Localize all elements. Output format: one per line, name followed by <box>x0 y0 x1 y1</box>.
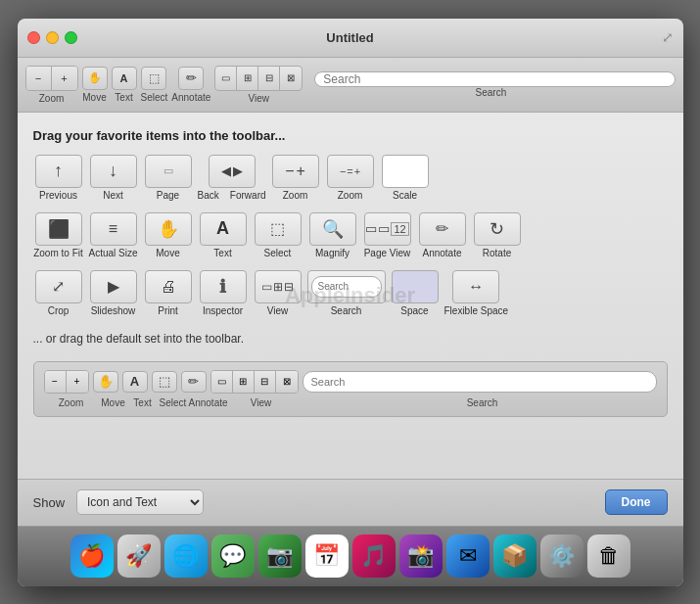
select-icon: ⬚ <box>255 212 302 246</box>
item-text[interactable]: A Text <box>198 212 249 258</box>
ds-view-2[interactable]: ⊞ <box>233 371 255 393</box>
zoom-fit-icon: ⬛ <box>35 212 82 246</box>
close-button[interactable] <box>27 31 40 44</box>
dock-icon-trash[interactable]: 🗑 <box>587 534 630 578</box>
item-rotate[interactable]: ↻ Rotate <box>472 212 523 258</box>
zoom-in-button[interactable]: + <box>52 67 77 90</box>
default-set-bar: − + ✋ A ⬚ ✏ ▭ ⊞ ⊟ ⊠ <box>44 370 657 394</box>
move-item-label: Move <box>156 248 179 258</box>
ds-text-lbl: Text <box>130 397 156 408</box>
bottom-bar: Show Icon and Text Icon Only Text Only D… <box>18 479 683 526</box>
zoom-3seg-label: Zoom <box>338 190 363 201</box>
item-inspector[interactable]: ℹ Inspector <box>198 270 249 316</box>
page-icon-box: ▭ <box>145 155 192 188</box>
rotate-icon: ↻ <box>474 212 521 246</box>
ds-view-group: ▭ ⊞ ⊟ ⊠ <box>210 370 299 394</box>
item-crop[interactable]: ⤢ Crop <box>33 270 84 316</box>
zoom-fit-label: Zoom to Fit <box>33 248 83 258</box>
item-next[interactable]: ↓ Next <box>88 155 139 201</box>
back-label: Back Forward <box>198 190 266 201</box>
view-label: View <box>249 93 270 104</box>
item-slideshow[interactable]: ▶ Slideshow <box>88 270 139 316</box>
view-seg-3[interactable]: ⊟ <box>258 67 280 90</box>
ds-text-btn[interactable]: A <box>122 371 148 393</box>
item-search[interactable]: Search <box>307 270 386 316</box>
fullscreen-icon[interactable]: ⤢ <box>662 29 674 45</box>
done-button[interactable]: Done <box>605 489 668 515</box>
previous-label: Previous <box>39 190 77 201</box>
item-page[interactable]: ▭ Page <box>143 155 194 201</box>
dock-icon-syspref[interactable]: ⚙️ <box>540 534 583 578</box>
ds-annotate-btn[interactable]: ✏ <box>181 371 207 393</box>
ds-view-3[interactable]: ⊟ <box>255 371 276 393</box>
dock-icon-messages[interactable]: 💬 <box>211 534 255 578</box>
maximize-button[interactable] <box>65 31 77 44</box>
item-page-view[interactable]: ▭▭12 Page View <box>362 212 413 258</box>
dock-icon-mail[interactable]: ✉ <box>446 534 490 578</box>
zoom-out-button[interactable]: − <box>26 67 52 90</box>
item-back-forward[interactable]: ◀ ▶ Back Forward <box>198 155 266 201</box>
ds-view-1[interactable]: ▭ <box>211 371 233 393</box>
select-label: Select <box>141 92 168 103</box>
item-zoom-to-fit[interactable]: ⬛ Zoom to Fit <box>33 212 84 258</box>
item-space[interactable]: Space <box>390 270 441 316</box>
view-seg-4[interactable]: ⊠ <box>280 67 302 90</box>
show-select[interactable]: Icon and Text Icon Only Text Only <box>76 489 204 515</box>
text-button[interactable]: A <box>112 67 137 90</box>
ds-zoom-in[interactable]: + <box>67 371 88 393</box>
inspector-label: Inspector <box>203 305 243 316</box>
actual-size-icon: ≡ <box>90 212 137 246</box>
dock-icon-facetime[interactable]: 📷 <box>258 534 302 578</box>
item-print[interactable]: 🖨 Print <box>143 270 194 316</box>
toolbar-search-group: Search <box>306 71 675 98</box>
item-view[interactable]: ▭⊞⊟ View <box>253 270 303 316</box>
item-flexible-space[interactable]: ↔ Flexible Space <box>444 270 509 316</box>
view-seg-2[interactable]: ⊞ <box>237 67 258 90</box>
search-item-label: Search <box>331 305 362 316</box>
view-segmented: ▭ ⊞ ⊟ ⊠ <box>214 66 303 91</box>
flex-space-label: Flexible Space <box>444 305 509 316</box>
item-zoom-3seg[interactable]: −=+ Zoom <box>325 155 376 201</box>
ds-view-4[interactable]: ⊠ <box>276 371 298 393</box>
ds-select-btn[interactable]: ⬚ <box>152 371 177 393</box>
search-item-icon <box>307 270 386 303</box>
dock-icon-iphoto[interactable]: 📸 <box>399 534 443 578</box>
divider-text: ... or drag the default set into the too… <box>33 332 668 346</box>
dock-icon-itunes[interactable]: 🎵 <box>352 534 396 578</box>
magnify-label: Magnify <box>315 248 350 258</box>
annotate-button[interactable]: ✏ <box>178 67 204 90</box>
search-input[interactable] <box>314 71 675 87</box>
zoom-3seg-icon-box: −=+ <box>327 155 374 188</box>
dock-icon-safari[interactable]: 🌐 <box>164 534 208 578</box>
dock-icon-calendar[interactable]: 📅 <box>305 534 349 578</box>
dock-icon-appstore[interactable]: 📦 <box>493 534 537 578</box>
item-previous[interactable]: ↑ Previous <box>33 155 84 201</box>
ds-zoom-lbl: Zoom <box>46 397 97 408</box>
minimize-button[interactable] <box>46 31 59 44</box>
dock-area: 🍎 🚀 🌐 💬 📷 📅 🎵 📸 ✉ 📦 ⚙️ 🗑 <box>18 526 683 586</box>
dock-icon-finder[interactable]: 🍎 <box>70 534 114 578</box>
view-seg-1[interactable]: ▭ <box>215 67 237 90</box>
select-button[interactable]: ⬚ <box>141 67 166 90</box>
item-scale[interactable]: Scale <box>380 155 431 201</box>
ds-move-btn[interactable]: ✋ <box>93 371 118 393</box>
previous-icon-box: ↑ <box>35 155 82 188</box>
item-actual-size[interactable]: ≡ Actual Size <box>88 212 139 258</box>
item-move[interactable]: ✋ Move <box>143 212 194 258</box>
page-view-label: Page View <box>364 248 411 258</box>
dock-icon-launchpad[interactable]: 🚀 <box>117 534 161 578</box>
ds-search-input[interactable] <box>303 371 657 393</box>
toolbar-zoom-group: − + Zoom <box>25 66 78 104</box>
ds-zoom-out[interactable]: − <box>45 371 67 393</box>
crop-label: Crop <box>48 305 70 316</box>
item-magnify[interactable]: 🔍 Magnify <box>307 212 358 258</box>
move-button[interactable]: ✋ <box>82 67 108 90</box>
toolbar-move-group: ✋ Move <box>82 67 108 103</box>
annotate-item-icon: ✏ <box>419 212 466 246</box>
items-row-3: ⤢ Crop ▶ Slideshow 🖨 Print ℹ Inspector ▭… <box>33 270 668 316</box>
toolbar-annotate-group: ✏ Annotate <box>171 67 210 103</box>
item-annotate[interactable]: ✏ Annotate <box>417 212 468 258</box>
item-zoom-minus-plus[interactable]: −+ Zoom <box>270 155 321 201</box>
item-select[interactable]: ⬚ Select <box>253 212 303 258</box>
search-item-input[interactable] <box>311 276 382 298</box>
